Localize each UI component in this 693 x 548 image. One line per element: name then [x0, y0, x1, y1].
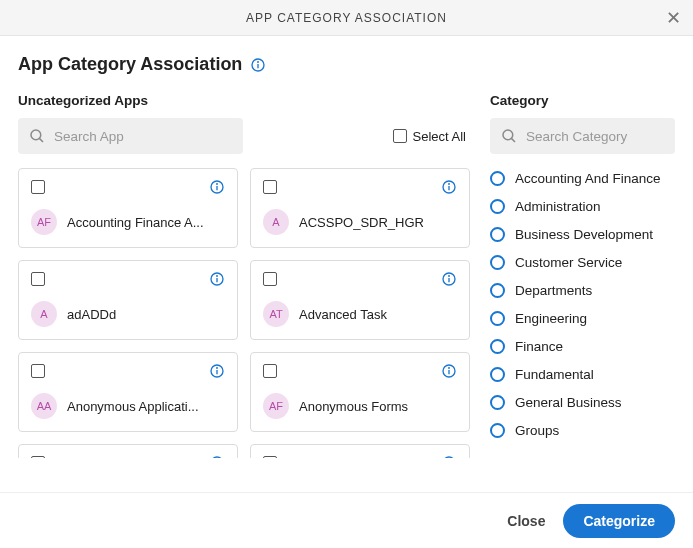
- app-card[interactable]: [250, 444, 470, 458]
- app-avatar: AF: [263, 393, 289, 419]
- category-label: Administration: [515, 199, 601, 214]
- app-card[interactable]: [18, 444, 238, 458]
- app-checkbox[interactable]: [31, 180, 45, 194]
- modal-title: APP CATEGORY ASSOCIATION: [246, 11, 447, 25]
- close-button[interactable]: Close: [507, 513, 545, 529]
- category-item[interactable]: Departments: [490, 278, 675, 302]
- app-label: Advanced Task: [299, 307, 387, 322]
- category-radio[interactable]: [490, 367, 505, 382]
- category-label: Business Development: [515, 227, 653, 242]
- category-item[interactable]: Engineering: [490, 306, 675, 330]
- app-card[interactable]: AT Advanced Task: [250, 260, 470, 340]
- modal-header: APP CATEGORY ASSOCIATION ✕: [0, 0, 693, 36]
- category-item[interactable]: Accounting And Finance: [490, 166, 675, 190]
- app-avatar: A: [31, 301, 57, 327]
- select-all-checkbox[interactable]: [393, 129, 407, 143]
- search-app-box[interactable]: [18, 118, 243, 154]
- info-icon[interactable]: [441, 271, 457, 287]
- category-item[interactable]: Finance: [490, 334, 675, 358]
- category-radio[interactable]: [490, 283, 505, 298]
- categorize-button[interactable]: Categorize: [563, 504, 675, 538]
- info-icon[interactable]: [441, 363, 457, 379]
- app-checkbox[interactable]: [31, 272, 45, 286]
- info-icon[interactable]: [250, 57, 266, 73]
- info-icon[interactable]: [441, 179, 457, 195]
- category-radio[interactable]: [490, 423, 505, 438]
- info-icon[interactable]: [209, 271, 225, 287]
- app-card-top: [31, 455, 225, 458]
- svg-point-3: [31, 130, 41, 140]
- app-card-body: A adADDd: [31, 301, 225, 327]
- category-radio[interactable]: [490, 227, 505, 242]
- app-card-top: [263, 455, 457, 458]
- category-radio[interactable]: [490, 311, 505, 326]
- svg-point-22: [449, 368, 450, 369]
- search-icon: [28, 127, 46, 145]
- category-radio[interactable]: [490, 171, 505, 186]
- category-label: Fundamental: [515, 367, 594, 382]
- app-checkbox[interactable]: [263, 180, 277, 194]
- category-item[interactable]: Administration: [490, 194, 675, 218]
- app-card[interactable]: AA Anonymous Applicati...: [18, 352, 238, 432]
- left-column: Uncategorized Apps Select All: [18, 93, 470, 458]
- category-list: Accounting And Finance Administration Bu…: [490, 166, 675, 442]
- app-card-body: A ACSSPO_SDR_HGR: [263, 209, 457, 235]
- info-icon[interactable]: [209, 363, 225, 379]
- app-card-top: [31, 271, 225, 287]
- close-icon[interactable]: ✕: [666, 7, 681, 29]
- category-item[interactable]: Customer Service: [490, 250, 675, 274]
- category-label: Engineering: [515, 311, 587, 326]
- category-item[interactable]: Business Development: [490, 222, 675, 246]
- category-label: Finance: [515, 339, 563, 354]
- app-checkbox[interactable]: [263, 456, 277, 458]
- category-radio[interactable]: [490, 395, 505, 410]
- app-card-top: [263, 179, 457, 195]
- app-avatar: A: [263, 209, 289, 235]
- category-item[interactable]: Fundamental: [490, 362, 675, 386]
- category-label: Accounting And Finance: [515, 171, 661, 186]
- modal-footer: Close Categorize: [0, 492, 693, 548]
- info-icon[interactable]: [209, 455, 225, 458]
- info-icon[interactable]: [209, 179, 225, 195]
- app-card[interactable]: A ACSSPO_SDR_HGR: [250, 168, 470, 248]
- category-label: Departments: [515, 283, 592, 298]
- svg-point-7: [217, 184, 218, 185]
- category-radio[interactable]: [490, 339, 505, 354]
- app-card-top: [263, 271, 457, 287]
- subtitle-row: App Category Association: [18, 54, 675, 75]
- category-radio[interactable]: [490, 199, 505, 214]
- svg-point-13: [217, 276, 218, 277]
- svg-point-10: [449, 184, 450, 185]
- app-card[interactable]: AF Accounting Finance A...: [18, 168, 238, 248]
- app-label: Anonymous Applicati...: [67, 399, 199, 414]
- modal-content: App Category Association Uncategorized A…: [0, 36, 693, 458]
- app-label: Anonymous Forms: [299, 399, 408, 414]
- app-checkbox[interactable]: [263, 272, 277, 286]
- select-all[interactable]: Select All: [393, 129, 466, 144]
- app-checkbox[interactable]: [31, 364, 45, 378]
- search-app-input[interactable]: [54, 129, 233, 144]
- svg-line-30: [511, 138, 515, 142]
- app-checkbox[interactable]: [31, 456, 45, 458]
- search-category-box[interactable]: [490, 118, 675, 154]
- app-card-body: AF Accounting Finance A...: [31, 209, 225, 235]
- category-item[interactable]: Groups: [490, 418, 675, 442]
- search-category-input[interactable]: [526, 129, 665, 144]
- app-checkbox[interactable]: [263, 364, 277, 378]
- info-icon[interactable]: [441, 455, 457, 458]
- uncategorized-heading: Uncategorized Apps: [18, 93, 470, 108]
- app-card-top: [31, 179, 225, 195]
- svg-point-16: [449, 276, 450, 277]
- svg-point-29: [503, 130, 513, 140]
- app-card[interactable]: A adADDd: [18, 260, 238, 340]
- category-item[interactable]: General Business: [490, 390, 675, 414]
- app-card-body: AF Anonymous Forms: [263, 393, 457, 419]
- search-icon: [500, 127, 518, 145]
- svg-point-2: [258, 61, 259, 62]
- category-radio[interactable]: [490, 255, 505, 270]
- category-label: Groups: [515, 423, 559, 438]
- app-card-body: AA Anonymous Applicati...: [31, 393, 225, 419]
- app-card[interactable]: AF Anonymous Forms: [250, 352, 470, 432]
- page-title: App Category Association: [18, 54, 242, 75]
- category-label: General Business: [515, 395, 622, 410]
